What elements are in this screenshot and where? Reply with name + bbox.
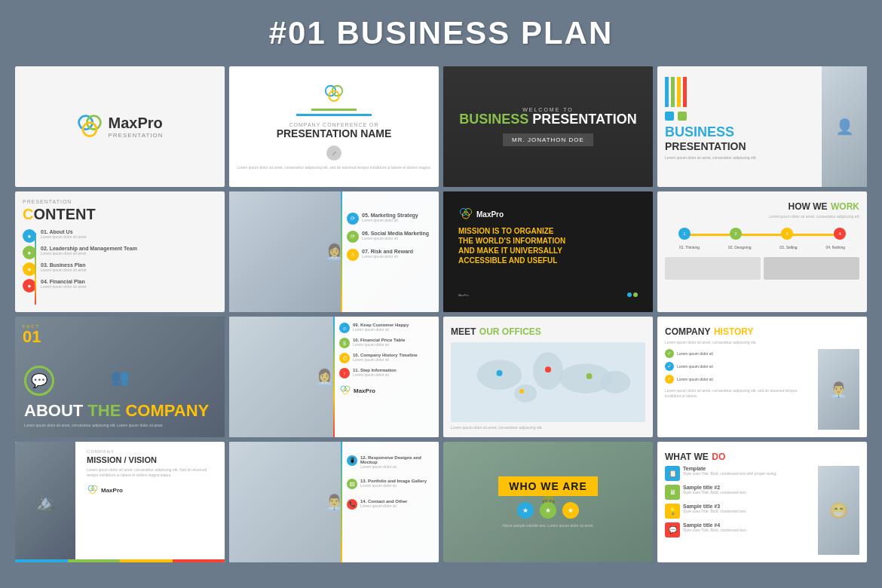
slide10-content-3: 10. Company History Timeline Lorem ipsum…: [353, 353, 418, 362]
slide14-content-2: 13. Portfolio and Image Gallery Lorem ip…: [360, 479, 427, 488]
slide13-person: 🏔️: [15, 442, 75, 562]
slide4-bar-green: [671, 77, 675, 107]
slide-13: 🏔️ COMPANY MISSION / VISION Lorem ipsum …: [15, 442, 225, 562]
slide6-desc-2: Lorem ipsum dolor sit: [362, 236, 429, 240]
slide9-icon-wrap: 💬: [24, 366, 54, 396]
slide7-logo-text: MaxPro: [476, 210, 504, 219]
slide16-title-colored: DO: [712, 452, 725, 462]
slide4-icon-blue: [665, 112, 674, 121]
slide10-content-1: 09. Keep Customer Happy Lorem ipsum dolo…: [353, 323, 409, 332]
slide16-desc-1: Style uses Title: Bold, condensed text w…: [683, 471, 777, 476]
slide-11: MEET OUR OFFICES Lorem ipsum dolor sit a…: [443, 317, 653, 437]
slide14-icon-2: 🖼: [347, 479, 357, 489]
slide12-item-1: ✓ Lorem ipsum dolor sit: [665, 349, 813, 358]
slide3-title: BUSINESS PRESENTATION: [459, 112, 636, 127]
slide12-title-yellow: HISTORY: [714, 326, 754, 337]
svg-point-20: [586, 373, 593, 379]
slide16-icon-3: 💡: [665, 504, 680, 519]
logo-text: MaxPro PRESENTATION: [108, 115, 163, 139]
slide16-item-1: 📋 Template Style uses Title: Bold, conde…: [665, 466, 813, 481]
slide9-title-green: THE: [87, 401, 121, 420]
slide4-bar-yellow: [677, 77, 681, 107]
slide9-chat-icon: 💬: [31, 372, 47, 389]
slide12-title: COMPANY HISTORY: [665, 324, 859, 338]
slide16-label-4: Sample title #4: [683, 522, 747, 528]
slide12-left: ✓ Lorem ipsum dolor sit ✓ Lorem ipsum do…: [665, 349, 813, 430]
slide5-content-4: 04. Financial Plan Lorem ipsum dolor sit…: [41, 279, 86, 289]
slide9-title: ABOUT THE COMPANY: [24, 402, 216, 420]
slide-7: MaxPro MISSION IS TO ORGANIZE THE WORLD'…: [443, 191, 653, 312]
slide2-desc: Lorem ipsum dolor sit amet, consectetur …: [237, 165, 431, 170]
slide11-map: [451, 342, 645, 422]
slide5-title: CONTENT: [23, 206, 96, 223]
slide4-title: BUSINESS PRESENTATION: [665, 112, 746, 152]
slide2-subtitle: COMPANY CONFERENCE OR: [289, 122, 378, 127]
slide6-desc-1: Lorem ipsum dolor sit: [362, 218, 418, 222]
slide16-label-1: Template: [683, 466, 777, 471]
slide5-content-2: 02. Leadership and Management Team Lorem…: [41, 246, 137, 256]
slide4-title-line2: PRESENTATION: [665, 140, 746, 152]
slide5-content-3: 03. Business Plan Lorem ipsum dolor sit …: [41, 262, 86, 273]
slide16-item-4: 💬 Sample title #4 Style uses Title: Bold…: [665, 522, 813, 537]
slide12-item-3: ✓ Lorem ipsum dolor sit: [665, 375, 813, 384]
slide5-pre: PRESENTATION: [23, 199, 217, 204]
slide14-item-2: 🖼 13. Portfolio and Image Gallery Lorem …: [347, 479, 433, 489]
slide6-content-2: 06. Social Media Marketing Lorem ipsum d…: [362, 231, 429, 240]
slide10-items: ☺ 09. Keep Customer Happy Lorem ipsum do…: [339, 323, 433, 378]
slide8-title: HOW WE WORK: [665, 199, 859, 213]
slide10-content-4: 11. Step Information Lorem ipsum dolor s…: [353, 368, 397, 377]
slide14-content-1: 12. Responsive Designs and Mockup Lorem …: [360, 455, 433, 469]
slide6-item-1: ⟳ 05. Marketing Strategy Lorem ipsum dol…: [347, 213, 433, 225]
slide10-content: ☺ 09. Keep Customer Happy Lorem ipsum do…: [333, 317, 439, 437]
slide12-check-2: ✓: [665, 362, 674, 371]
slide4-icon-row: [665, 112, 746, 121]
slide8-line: 1 2 3 4: [684, 234, 840, 236]
slide7-dot2: [633, 292, 638, 297]
slide11-desc: Lorem ipsum dolor sit amet, consectetur …: [451, 425, 645, 430]
slide2-title: PRESENTATION NAME: [277, 127, 392, 139]
slide7-dot: [627, 292, 632, 297]
slide7-logo-icon: [458, 207, 473, 222]
slide5-items: ● 01. About Us Lorem ipsum dolor sit ame…: [23, 229, 217, 292]
slide6-label-3: 07. Risk and Reward: [362, 249, 413, 254]
slide11-title: MEET OUR OFFICES: [451, 324, 645, 338]
slide-6: 👩‍💼 ⟳ 05. Marketing Strategy Lorem ipsum…: [229, 191, 439, 312]
slide9-title-white: ABOUT: [24, 401, 83, 420]
slide10-item-1: ☺ 09. Keep Customer Happy Lorem ipsum do…: [339, 323, 433, 333]
slide10-desc-4: Lorem ipsum dolor sit: [353, 372, 397, 377]
slide4-person-img: 👤: [822, 66, 867, 187]
slide8-timeline: 1 2 3 4: [665, 234, 859, 236]
slide8-label-3: 03. Selling: [779, 245, 797, 250]
slide5-desc-3: Lorem ipsum dolor sit amet: [41, 268, 86, 273]
logo-sub-text: PRESENTATION: [108, 132, 163, 139]
slide11-title-black: MEET: [451, 326, 476, 337]
slide4-person: 👤: [822, 66, 867, 187]
slide16-label-2: Sample title #2: [683, 485, 747, 490]
slide8-node-1: 1: [678, 228, 691, 240]
svg-point-16: [600, 371, 630, 394]
slide3-presenter: MR. JONATHON DOE: [512, 136, 584, 143]
slide15-band: WHO WE ARE: [498, 476, 598, 496]
slide8-img-1: [665, 257, 761, 280]
slide13-logo-icon: [87, 484, 99, 496]
slide16-icon-1: 📋: [665, 466, 680, 481]
slide7-content: MaxPro MISSION IS TO ORGANIZE THE WORLD'…: [451, 199, 645, 305]
slide16-body: 📋 Template Style uses Title: Bold, conde…: [665, 466, 859, 555]
slide6-label-1: 05. Marketing Strategy: [362, 213, 418, 218]
slide10-logo-icon: [339, 384, 351, 397]
slide5-desc-4: Lorem ipsum dolor sit amet: [41, 284, 86, 289]
slide16-desc-3: Style uses Title: Bold, condensed text.: [683, 509, 747, 514]
slide8-title-black: HOW WE: [789, 201, 828, 212]
slide14-item-1: 📱 12. Responsive Designs and Mockup Lore…: [347, 455, 433, 469]
slide16-item-2: 🖥 Sample title #2 Style uses Title: Bold…: [665, 485, 813, 500]
slide2-line-green: [311, 109, 357, 111]
slide15-icons: ★ ★ ★: [517, 502, 579, 519]
slide3-title-green: BUSINESS: [459, 112, 528, 127]
slide7-m2: THE WORLD'S INFORMATION: [458, 236, 638, 246]
svg-point-21: [519, 389, 524, 394]
page-title: #01 BUSINESS PLAN: [269, 15, 613, 51]
slide6-content-1: 05. Marketing Strategy Lorem ipsum dolor…: [362, 213, 418, 222]
slide12-check-1: ✓: [665, 349, 674, 358]
slide12-text: Lorem ipsum dolor sit amet, consectetur …: [665, 340, 859, 345]
slide4-icon-green: [678, 112, 687, 121]
